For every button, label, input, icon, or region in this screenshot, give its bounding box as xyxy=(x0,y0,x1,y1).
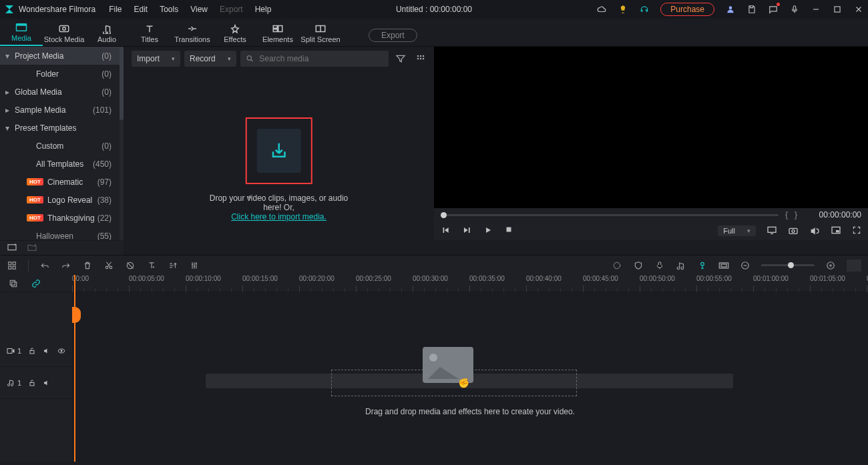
playhead[interactable] xyxy=(74,275,75,462)
video-track-header[interactable]: 1 xyxy=(0,335,72,367)
snapshot-icon[interactable] xyxy=(788,225,799,237)
link-icon[interactable] xyxy=(31,278,41,289)
sidebar-item-label: Cinematic xyxy=(47,177,83,187)
cut-icon[interactable] xyxy=(103,260,114,271)
add-media-icon[interactable] xyxy=(7,242,17,254)
scrub-knob[interactable] xyxy=(441,212,447,218)
mark-out-icon[interactable]: } xyxy=(795,210,797,219)
tab-audio[interactable]: Audio xyxy=(85,23,128,46)
sidebar-item-all-templates[interactable]: All Templates(450) xyxy=(0,155,124,173)
hot-badge: HOT xyxy=(27,196,43,203)
account-icon[interactable] xyxy=(725,4,736,15)
tab-audio-label: Audio xyxy=(97,35,116,43)
ratio-icon[interactable] xyxy=(718,260,729,271)
tab-stock-media[interactable]: Stock Media xyxy=(43,23,85,46)
zoom-fit-icon[interactable] xyxy=(847,260,861,272)
delete-icon[interactable] xyxy=(82,260,93,271)
ruler-tick: 00:00:05:00 xyxy=(129,275,164,282)
sidebar-item-preset-templates[interactable]: ▾Preset Templates xyxy=(0,119,124,137)
sidebar-item-global-media[interactable]: ▸Global Media(0) xyxy=(0,83,124,101)
voiceover-icon[interactable] xyxy=(654,260,665,271)
fullscreen-icon[interactable] xyxy=(852,225,861,237)
mute-icon[interactable] xyxy=(43,379,51,387)
save-icon[interactable] xyxy=(746,4,757,15)
import-media-link[interactable]: Click here to import media. xyxy=(231,212,327,221)
mute-icon[interactable] xyxy=(43,347,51,355)
audio-track-header[interactable]: 1 xyxy=(0,367,72,399)
adjust-icon[interactable] xyxy=(189,260,200,271)
support-icon[interactable] xyxy=(639,4,650,15)
svg-point-33 xyxy=(701,262,704,266)
search-input[interactable] xyxy=(259,54,383,63)
filter-icon[interactable] xyxy=(393,51,409,67)
volume-icon[interactable] xyxy=(809,225,820,237)
undo-icon[interactable] xyxy=(39,260,50,271)
duplicate-icon[interactable] xyxy=(8,278,19,289)
zoom-out-icon[interactable] xyxy=(740,260,750,271)
prev-frame-icon[interactable] xyxy=(441,225,450,237)
search-media[interactable] xyxy=(240,51,389,67)
sidebar-item-halloween[interactable]: Halloween(55) xyxy=(0,227,124,240)
minimize-icon[interactable] xyxy=(811,4,821,15)
render-icon[interactable] xyxy=(612,260,622,271)
mark-in-icon[interactable]: { xyxy=(785,210,788,219)
menu-file[interactable]: File xyxy=(109,5,122,14)
menu-view[interactable]: View xyxy=(190,5,208,14)
message-icon[interactable] xyxy=(768,4,779,15)
menu-edit[interactable]: Edit xyxy=(134,5,148,14)
sidebar-item-custom[interactable]: Custom(0) xyxy=(0,137,124,155)
tab-titles[interactable]: Titles xyxy=(128,23,171,46)
menu-help[interactable]: Help xyxy=(255,5,272,14)
hot-badge: HOT xyxy=(27,214,43,221)
import-dropdown[interactable]: Import▾ xyxy=(132,51,180,67)
display-icon[interactable] xyxy=(767,225,777,237)
crop-icon[interactable] xyxy=(125,260,136,271)
stop-icon[interactable] xyxy=(505,225,513,237)
marker-icon[interactable] xyxy=(697,260,708,271)
sidebar-item-folder[interactable]: Folder(0) xyxy=(0,65,124,83)
lock-icon[interactable] xyxy=(28,379,36,387)
add-folder-icon[interactable] xyxy=(27,242,37,254)
grid-icon[interactable] xyxy=(7,260,17,271)
timeline-canvas[interactable]: 00:0000:00:05:0000:00:10:0000:00:15:0000… xyxy=(72,275,868,462)
tab-split-screen[interactable]: Split Screen xyxy=(299,23,342,46)
scrub-track[interactable] xyxy=(441,214,779,216)
tab-transitions[interactable]: Transitions xyxy=(171,23,214,46)
menu-tools[interactable]: Tools xyxy=(160,5,178,14)
maximize-icon[interactable] xyxy=(832,4,843,15)
zoom-in-icon[interactable] xyxy=(825,260,836,271)
zoom-thumb[interactable] xyxy=(788,262,794,268)
audio-mixer-icon[interactable] xyxy=(676,260,686,271)
purchase-button[interactable]: Purchase xyxy=(660,3,714,16)
sidebar-item-sample-media[interactable]: ▸Sample Media(101) xyxy=(0,101,124,119)
grid-view-icon[interactable] xyxy=(413,51,429,67)
mic-icon[interactable] xyxy=(789,4,800,15)
zoom-slider[interactable] xyxy=(761,264,815,266)
close-icon[interactable] xyxy=(853,4,864,15)
visibility-icon[interactable] xyxy=(57,347,65,355)
video-icon xyxy=(7,348,15,354)
sidebar-item-project-media[interactable]: ▾Project Media(0) xyxy=(0,47,124,65)
play-icon[interactable] xyxy=(483,225,493,237)
sidebar-item-cinematic[interactable]: HOTCinematic(97) xyxy=(0,173,124,191)
tab-effects[interactable]: Effects xyxy=(214,23,256,46)
speed-icon[interactable] xyxy=(168,260,178,271)
text-icon[interactable] xyxy=(146,260,157,271)
play-next-icon[interactable] xyxy=(462,225,471,237)
tab-media[interactable]: Media xyxy=(0,22,43,46)
sidebar-item-thanksgiving[interactable]: HOTThanksgiving(22) xyxy=(0,209,124,227)
ruler-tick: 00:00:50:00 xyxy=(640,275,675,282)
lock-icon[interactable] xyxy=(28,347,36,355)
media-dropzone[interactable]: Drop your video clips, images, or audio … xyxy=(201,117,357,221)
cloud-icon[interactable] xyxy=(596,4,607,15)
tab-elements[interactable]: Elements xyxy=(256,23,299,46)
sidebar-item-logo-reveal[interactable]: HOTLogo Reveal(38) xyxy=(0,191,124,209)
timeline-ruler[interactable]: 00:0000:00:05:0000:00:10:0000:00:15:0000… xyxy=(72,275,868,292)
redo-icon[interactable] xyxy=(61,260,71,271)
export-button[interactable]: Export xyxy=(369,29,417,42)
shield-icon[interactable] xyxy=(633,260,644,271)
tips-icon[interactable] xyxy=(618,4,628,15)
pip-icon[interactable] xyxy=(831,225,841,237)
record-dropdown[interactable]: Record▾ xyxy=(184,51,236,67)
preview-quality-dropdown[interactable]: Full▾ xyxy=(718,225,756,236)
